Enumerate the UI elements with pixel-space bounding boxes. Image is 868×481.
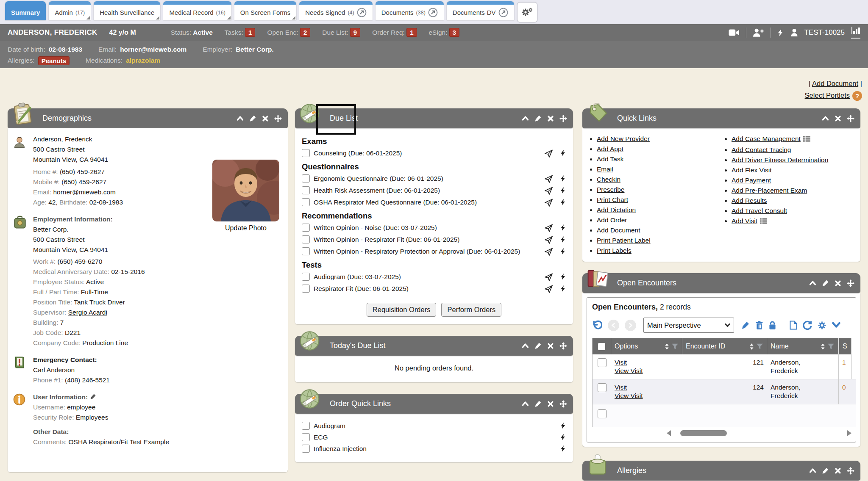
send-plane-icon[interactable] (544, 198, 553, 207)
tab-on-screen-forms[interactable]: On Screen Forms (234, 1, 296, 20)
close-icon[interactable] (547, 343, 554, 349)
quick-link[interactable]: Add Dictation (597, 206, 636, 213)
view-visit-link[interactable]: View Visit (615, 367, 643, 374)
move-icon[interactable] (847, 115, 854, 122)
send-plane-icon[interactable] (544, 285, 553, 293)
row-checkbox[interactable] (598, 409, 606, 418)
refresh-icon[interactable] (803, 321, 812, 330)
edit-icon[interactable] (822, 467, 829, 474)
bar-chart-icon[interactable] (851, 27, 860, 35)
collapse-icon[interactable] (522, 400, 529, 407)
perform-bolt-icon[interactable] (560, 186, 566, 194)
quick-link[interactable]: Add New Provider (597, 135, 650, 142)
quick-link[interactable]: Checkin (597, 176, 620, 183)
send-plane-icon[interactable] (544, 174, 553, 183)
patient-name-link[interactable]: Anderson, Frederick (771, 367, 818, 374)
list-grid-icon[interactable] (760, 218, 767, 224)
row-checkbox[interactable] (598, 383, 606, 392)
add-document-link[interactable]: Add Document (812, 80, 858, 87)
close-icon[interactable] (835, 280, 841, 287)
tab-admin[interactable]: Admin(17) (49, 1, 91, 20)
chart-id[interactable]: TEST-10025 (804, 28, 845, 37)
send-plane-icon[interactable] (544, 186, 553, 195)
edit-pencil-icon[interactable] (90, 393, 96, 400)
column-header-options[interactable]: Options (611, 338, 682, 354)
move-icon[interactable] (847, 279, 854, 287)
lock-icon[interactable] (769, 321, 776, 330)
collapse-icon[interactable] (809, 279, 816, 287)
quick-link[interactable]: Print Patient Label (597, 237, 651, 244)
item-checkbox[interactable] (302, 273, 310, 281)
quick-link[interactable]: Print Labels (597, 247, 632, 254)
send-plane-icon[interactable] (544, 273, 553, 282)
external-link-icon[interactable] (357, 8, 367, 17)
external-link-icon[interactable] (428, 8, 438, 17)
delete-icon[interactable] (755, 321, 763, 330)
move-icon[interactable] (559, 400, 567, 408)
perform-bolt-icon[interactable] (560, 174, 566, 182)
edit-icon[interactable] (249, 115, 256, 122)
quick-link[interactable]: Prescribe (597, 186, 624, 193)
item-checkbox[interactable] (302, 149, 310, 157)
send-plane-icon[interactable] (544, 224, 553, 232)
quick-link[interactable]: Add Driver Fitness Determination (732, 156, 828, 163)
filter-funnel-icon[interactable] (671, 343, 679, 350)
collapse-icon[interactable] (822, 115, 829, 122)
open-enc-count-badge[interactable]: 2 (300, 28, 310, 37)
perform-bolt-icon[interactable] (560, 224, 566, 232)
quick-link[interactable]: Add Case Management (732, 135, 801, 142)
scroll-left-icon[interactable] (667, 430, 671, 436)
perform-bolt-icon[interactable] (560, 433, 566, 441)
visit-link[interactable]: Visit (615, 384, 627, 391)
video-camera-icon[interactable] (729, 28, 740, 37)
item-checkbox[interactable] (302, 285, 310, 293)
item-checkbox[interactable] (302, 247, 310, 255)
collapse-icon[interactable] (522, 115, 529, 122)
filter-funnel-icon[interactable] (827, 343, 835, 350)
person-add-icon[interactable] (753, 28, 764, 37)
edit-icon[interactable] (822, 279, 829, 287)
tab-needs-signed[interactable]: Needs Signed(4) (299, 1, 373, 20)
tab-documents[interactable]: Documents(38) (376, 1, 444, 20)
column-header-truncated[interactable]: S (838, 338, 856, 354)
row-checkbox[interactable] (598, 358, 606, 367)
item-checkbox[interactable] (302, 445, 310, 453)
quick-link[interactable]: Add Results (732, 197, 767, 204)
tab-medical-record[interactable]: Medical Record(16) (163, 1, 231, 20)
perspective-select[interactable]: Main Perspective (643, 318, 734, 333)
perform-bolt-icon[interactable] (560, 273, 566, 281)
send-plane-icon[interactable] (544, 235, 553, 244)
close-icon[interactable] (547, 115, 554, 122)
quick-link[interactable]: Add Flex Visit (732, 166, 771, 174)
select-portlets-link[interactable]: Select Portlets (805, 91, 850, 99)
select-all-checkbox[interactable] (598, 343, 605, 350)
item-checkbox[interactable] (302, 174, 310, 182)
edit-icon[interactable] (534, 400, 542, 407)
undo-icon[interactable] (592, 320, 602, 330)
item-checkbox[interactable] (302, 235, 310, 243)
perform-orders-button[interactable]: Perform Orders (441, 303, 501, 317)
order-req-count-badge[interactable]: 1 (406, 28, 417, 37)
external-link-icon[interactable] (498, 8, 508, 17)
sort-icon[interactable] (749, 343, 754, 350)
help-icon[interactable]: ? (852, 91, 862, 101)
close-icon[interactable] (835, 115, 841, 122)
send-plane-icon[interactable] (544, 149, 553, 158)
quick-link[interactable]: Add Payment (732, 177, 771, 184)
perform-bolt-icon[interactable] (560, 445, 566, 453)
perform-bolt-icon[interactable] (560, 235, 566, 243)
collapse-icon[interactable] (522, 342, 529, 349)
edit-perspective-icon[interactable] (741, 321, 750, 329)
column-header-name[interactable]: Name (767, 338, 838, 354)
quick-link[interactable]: Add Appt (597, 145, 623, 152)
horizontal-scrollbar[interactable] (667, 428, 851, 438)
perform-bolt-icon[interactable] (560, 247, 566, 255)
chevron-down-icon[interactable] (832, 322, 840, 328)
quick-link[interactable]: Add Contact Tracing (732, 146, 791, 153)
perform-bolt-icon[interactable] (560, 285, 566, 293)
tab-settings-button[interactable] (517, 2, 537, 22)
close-icon[interactable] (547, 401, 554, 407)
filter-funnel-icon[interactable] (756, 343, 763, 350)
edit-icon[interactable] (534, 342, 542, 349)
collapse-icon[interactable] (236, 115, 244, 122)
